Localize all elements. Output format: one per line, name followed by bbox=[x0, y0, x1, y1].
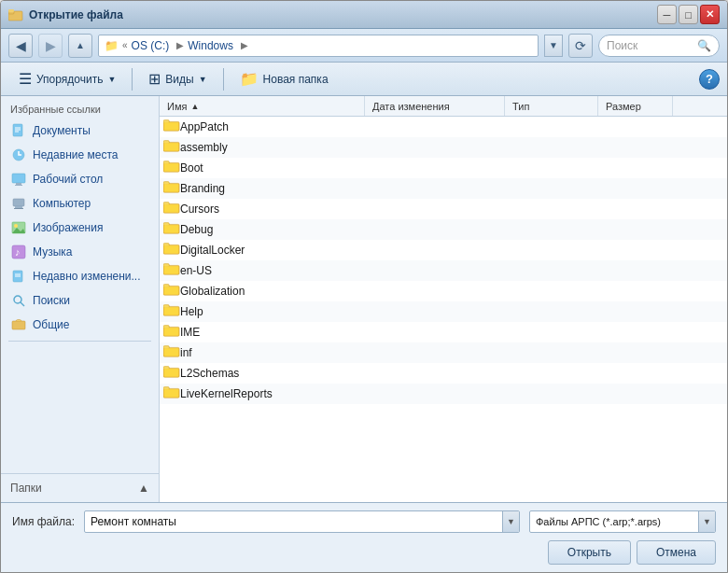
new-folder-button[interactable]: 📁 Новая папка bbox=[230, 66, 339, 92]
toolbar-separator-1 bbox=[132, 68, 133, 91]
breadcrumb-windows-chevron[interactable]: ▶ bbox=[241, 40, 248, 50]
table-row[interactable]: Cursors bbox=[160, 199, 727, 219]
folders-label: Папки bbox=[10, 482, 42, 495]
sidebar-item-recent[interactable]: Недавние места bbox=[1, 143, 159, 167]
table-row[interactable]: L2Schemas bbox=[160, 363, 727, 384]
sidebar-item-shared-label: Общие bbox=[33, 318, 69, 331]
sidebar-item-documents[interactable]: Документы bbox=[1, 119, 159, 143]
filename-input-container[interactable]: ▼ bbox=[84, 510, 520, 533]
filename-label: Имя файла: bbox=[12, 515, 75, 528]
folder-icon bbox=[163, 138, 180, 156]
svg-rect-51 bbox=[164, 286, 178, 294]
svg-rect-39 bbox=[164, 204, 178, 212]
table-row[interactable]: en-US bbox=[160, 260, 727, 281]
file-list-header: Имя ▲ Дата изменения Тип Размер bbox=[160, 96, 727, 117]
sidebar-item-searches[interactable]: Поиски bbox=[1, 288, 159, 313]
organize-button[interactable]: ☰ Упорядочить ▼ bbox=[8, 66, 126, 92]
sidebar-item-shared[interactable]: Общие bbox=[1, 313, 159, 337]
svg-rect-9 bbox=[16, 183, 21, 185]
table-row[interactable]: assembly bbox=[160, 137, 727, 158]
file-name-cell: Branding bbox=[180, 182, 415, 195]
pictures-icon bbox=[10, 219, 27, 236]
table-row[interactable]: DigitalLocker bbox=[160, 240, 727, 260]
search-placeholder: Поиск bbox=[607, 39, 637, 52]
breadcrumb-windows[interactable]: Windows bbox=[188, 39, 233, 52]
svg-rect-66 bbox=[164, 389, 178, 397]
maximize-button[interactable]: □ bbox=[679, 5, 698, 24]
recent-icon bbox=[10, 147, 27, 163]
views-button[interactable]: ⊞ Виды ▼ bbox=[138, 66, 217, 92]
file-area: Имя ▲ Дата изменения Тип Размер AppPatch bbox=[160, 96, 727, 502]
sidebar-item-music[interactable]: ♪ Музыка bbox=[1, 240, 159, 264]
forward-button[interactable]: ▶ bbox=[38, 34, 63, 58]
svg-rect-8 bbox=[12, 174, 25, 183]
table-row[interactable]: Globalization bbox=[160, 281, 727, 301]
file-name-cell: L2Schemas bbox=[180, 367, 415, 380]
filename-dropdown-button[interactable]: ▼ bbox=[502, 511, 519, 532]
table-row[interactable]: Branding bbox=[160, 178, 727, 199]
table-row[interactable]: Boot bbox=[160, 158, 727, 178]
file-name-cell: AppPatch bbox=[180, 120, 415, 133]
table-row[interactable]: IME bbox=[160, 322, 727, 342]
title-folder-icon bbox=[8, 7, 23, 22]
svg-line-23 bbox=[21, 302, 24, 306]
sidebar-item-music-label: Музыка bbox=[33, 245, 72, 259]
sidebar-item-computer[interactable]: Компьютер bbox=[1, 191, 159, 216]
toolbar: ☰ Упорядочить ▼ ⊞ Виды ▼ 📁 Новая папка ? bbox=[1, 63, 727, 96]
sidebar-item-desktop[interactable]: Рабочий стол bbox=[1, 167, 159, 191]
folder-icon bbox=[163, 179, 180, 197]
minimize-button[interactable]: ─ bbox=[657, 5, 677, 24]
up-button[interactable]: ▲ bbox=[68, 34, 92, 58]
refresh-button[interactable]: ⟳ bbox=[568, 34, 593, 58]
table-row[interactable]: LiveKernelReports bbox=[160, 384, 727, 404]
file-name-cell: DigitalLocker bbox=[180, 244, 415, 257]
sidebar-item-recent-label: Недавние места bbox=[33, 148, 118, 161]
back-button[interactable]: ◀ bbox=[8, 34, 33, 58]
close-button[interactable]: ✕ bbox=[700, 5, 720, 24]
folder-icon bbox=[163, 261, 180, 279]
breadcrumb-bar[interactable]: 📁 « OS (C:) ▶ Windows ▶ bbox=[98, 35, 539, 57]
table-row[interactable]: Help bbox=[160, 301, 727, 322]
new-folder-icon: 📁 bbox=[240, 70, 259, 88]
new-folder-label: Новая папка bbox=[263, 73, 329, 86]
cancel-button[interactable]: Отмена bbox=[637, 540, 716, 565]
address-dropdown-button[interactable]: ▼ bbox=[544, 35, 563, 57]
svg-rect-10 bbox=[15, 185, 22, 186]
svg-rect-57 bbox=[164, 328, 178, 335]
sidebar-item-pictures[interactable]: Изображения bbox=[1, 216, 159, 240]
col-type-label: Тип bbox=[512, 101, 529, 112]
file-name-cell: Debug bbox=[180, 223, 415, 236]
filetype-select-container[interactable]: Файлы АРПС (*.arp;*.arps) ▼ bbox=[529, 510, 716, 533]
sidebar-divider bbox=[8, 341, 151, 342]
file-name-cell: LiveKernelReports bbox=[180, 387, 415, 400]
file-name-cell: en-US bbox=[180, 264, 415, 277]
file-list: AppPatch assembly Boot Branding Cursors … bbox=[160, 117, 727, 502]
table-row[interactable]: inf bbox=[160, 342, 727, 363]
window-title: Открытие файла bbox=[29, 8, 123, 21]
file-name-cell: Help bbox=[180, 305, 415, 318]
table-row[interactable]: AppPatch bbox=[160, 117, 727, 137]
col-header-type[interactable]: Тип bbox=[505, 96, 598, 116]
views-icon: ⊞ bbox=[148, 70, 161, 88]
col-header-size[interactable]: Размер bbox=[598, 96, 673, 116]
sidebar: Избранные ссылки Документы Недавние мест… bbox=[1, 96, 160, 502]
sidebar-item-changed[interactable]: Недавно изменени... bbox=[1, 264, 159, 288]
search-box[interactable]: Поиск 🔍 bbox=[598, 35, 720, 57]
filetype-dropdown-button[interactable]: ▼ bbox=[698, 511, 715, 532]
sidebar-item-documents-label: Документы bbox=[33, 124, 91, 137]
sidebar-folders-header[interactable]: Папки ▲ bbox=[1, 473, 159, 502]
help-button[interactable]: ? bbox=[699, 69, 720, 90]
breadcrumb-separator-1: « bbox=[122, 40, 128, 50]
filename-input[interactable] bbox=[85, 515, 502, 528]
svg-rect-13 bbox=[14, 208, 23, 209]
svg-rect-24 bbox=[12, 321, 25, 329]
organize-label: Упорядочить bbox=[36, 73, 103, 86]
table-row[interactable]: Debug bbox=[160, 219, 727, 240]
col-header-name[interactable]: Имя ▲ bbox=[160, 96, 365, 116]
breadcrumb-osc-chevron[interactable]: ▶ bbox=[176, 40, 184, 50]
col-header-date[interactable]: Дата изменения bbox=[365, 96, 505, 116]
svg-rect-54 bbox=[164, 307, 178, 314]
open-button[interactable]: Открыть bbox=[548, 540, 631, 565]
file-name-cell: Cursors bbox=[180, 203, 415, 216]
breadcrumb-osc[interactable]: OS (C:) bbox=[132, 39, 170, 52]
